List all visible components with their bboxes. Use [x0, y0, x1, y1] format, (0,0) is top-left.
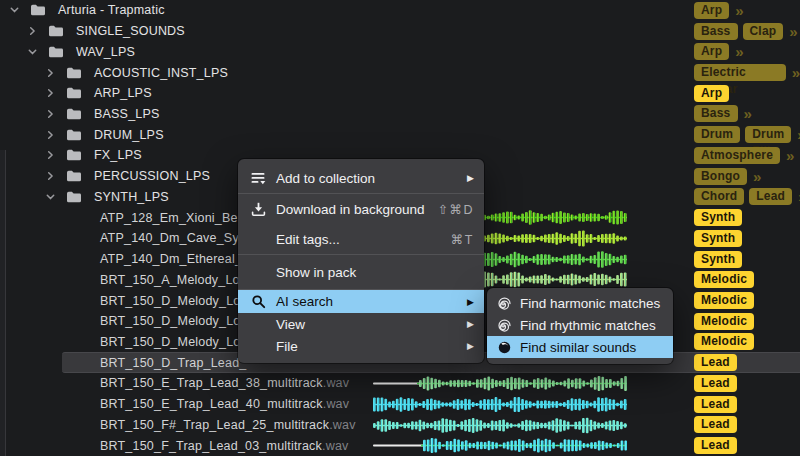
menu-item-find-similar-sounds[interactable]: Find similar sounds: [487, 336, 673, 358]
tree-item-bass-lps[interactable]: BASS_LPS: [0, 104, 800, 125]
chevron-down-icon[interactable]: [28, 47, 37, 56]
tag-chip-synth[interactable]: Synth: [694, 251, 742, 268]
tag-list: Arp»: [694, 41, 744, 62]
chevron-down-icon[interactable]: [46, 192, 55, 201]
tag-list: BassClap»: [694, 21, 798, 42]
tag-list: Melodic: [694, 332, 754, 353]
chevron-down-icon[interactable]: [10, 6, 19, 15]
tag-list: Lead: [694, 415, 737, 436]
tree-item-wav-lps[interactable]: WAV_LPS: [0, 41, 800, 62]
tag-chip-melodic[interactable]: Melodic: [694, 271, 754, 288]
more-tags-chevron-icon[interactable]: »: [792, 64, 800, 81]
tag-chip-melodic[interactable]: Melodic: [694, 333, 754, 350]
chevron-right-icon[interactable]: [46, 130, 55, 139]
tree-item-drum-lps[interactable]: DRUM_LPS: [0, 124, 800, 145]
folder-name: SINGLE_SOUNDS: [76, 24, 185, 38]
tag-chip-arp[interactable]: Arp: [694, 2, 729, 19]
menu-item-label: Add to collection: [276, 171, 459, 186]
tree-item-arturia-trapmatic[interactable]: Arturia - Trapmatic: [0, 0, 800, 21]
menu-item-edit-tags[interactable]: Edit tags... ⌘T: [238, 224, 484, 254]
harmonic-spiral-icon: [497, 296, 512, 311]
tag-list: Lead: [694, 435, 737, 456]
waveform[interactable]: [373, 437, 627, 454]
tree-item-arp-lps[interactable]: ARP_LPS: [0, 83, 800, 104]
file-name: BRT_150_D_Melody_Loc: [100, 294, 247, 308]
chevron-right-icon[interactable]: [46, 172, 55, 181]
tag-chip-synth[interactable]: Synth: [694, 230, 742, 247]
tag-chip-arp[interactable]: Arp: [694, 43, 729, 60]
menu-item-ai-search[interactable]: AI search ▶: [238, 290, 484, 313]
folder-name: FX_LPS: [94, 148, 142, 162]
tag-chip-lead[interactable]: Lead: [694, 375, 737, 392]
menu-item-label: Download in background: [276, 202, 429, 217]
menu-item-file[interactable]: File ▶: [238, 335, 484, 357]
tag-chip-bass[interactable]: Bass: [694, 105, 738, 122]
chevron-right-icon[interactable]: [46, 151, 55, 160]
folder-name: SYNTH_LPS: [94, 190, 169, 204]
tag-list: Bass»: [694, 104, 752, 125]
tag-chip-drum[interactable]: Drum: [694, 126, 740, 143]
more-tags-chevron-icon[interactable]: »: [735, 2, 743, 19]
waveform[interactable]: [373, 396, 627, 413]
rhythmic-spiral-icon: [497, 318, 512, 333]
icon-spacer: [250, 264, 267, 281]
tag-chip-chord[interactable]: Chord: [694, 188, 744, 205]
tag-chip-melodic[interactable]: Melodic: [694, 313, 754, 330]
download-icon: [250, 201, 267, 218]
tag-list: Atmosphere»: [694, 145, 794, 166]
tag-chip-electric-guitar[interactable]: Electric Guitar: [694, 64, 786, 81]
submenu-arrow-icon: ▶: [467, 341, 474, 351]
icon-spacer: [250, 316, 267, 333]
tag-chip-lead[interactable]: Lead: [694, 437, 737, 454]
more-tags-chevron-icon[interactable]: »: [753, 168, 761, 185]
submenu-arrow-icon: ▶: [467, 173, 474, 183]
file-name: BRT_150_D_Melody_Loc: [100, 314, 247, 328]
tag-chip-drum-fill[interactable]: Drum Fill: [745, 126, 791, 143]
tag-chip-lead[interactable]: Lead: [694, 396, 737, 413]
search-icon: [250, 293, 267, 310]
folder-icon: [66, 190, 82, 203]
tree-item-acoustic-inst-lps[interactable]: ACOUSTIC_INST_LPS: [0, 62, 800, 83]
menu-item-label: Find harmonic matches: [520, 296, 663, 311]
tag-list: Synth: [694, 249, 742, 270]
tag-list: Melodic: [694, 290, 754, 311]
tag-chip-lead[interactable]: Lead: [749, 188, 792, 205]
menu-item-label: Find similar sounds: [520, 340, 663, 355]
tag-chip-bass[interactable]: Bass: [694, 23, 738, 40]
tree-item-single-sounds[interactable]: SINGLE_SOUNDS: [0, 21, 800, 42]
file-name: BRT_150_E_Trap_Lead_40_multitrack.wav: [100, 397, 349, 411]
menu-item-show-in-pack[interactable]: Show in pack: [238, 255, 484, 289]
more-tags-chevron-icon[interactable]: »: [735, 43, 743, 60]
tag-chip-melodic[interactable]: Melodic: [694, 292, 754, 309]
menu-item-find-rhythmic-matches[interactable]: Find rhythmic matches: [487, 314, 673, 336]
tag-chip-arp[interactable]: Arp: [694, 85, 729, 102]
chevron-right-icon[interactable]: [28, 27, 37, 36]
waveform[interactable]: [373, 417, 627, 434]
tag-chip-bongo[interactable]: Bongo: [694, 168, 747, 185]
more-tags-chevron-icon[interactable]: »: [789, 23, 797, 40]
folder-name: WAV_LPS: [76, 45, 135, 59]
chevron-right-icon[interactable]: [46, 68, 55, 77]
more-tags-chevron-icon[interactable]: »: [744, 105, 752, 122]
menu-item-add-to-collection[interactable]: Add to collection ▶: [238, 163, 484, 193]
tag-chip-clap[interactable]: Clap: [743, 23, 784, 40]
waveform[interactable]: [373, 375, 627, 392]
folder-name: ACOUSTIC_INST_LPS: [94, 66, 228, 80]
tag-list: Lead: [694, 394, 737, 415]
menu-item-view[interactable]: View ▶: [238, 313, 484, 335]
tag-chip-atmosphere[interactable]: Atmosphere: [694, 147, 780, 164]
sample-browser: Arturia - TrapmaticArp»SINGLE_SOUNDSBass…: [0, 0, 800, 456]
menu-item-download-in-background[interactable]: Download in background ⇧⌘D: [238, 194, 484, 224]
tag-list: Lead: [694, 373, 737, 394]
menu-item-find-harmonic-matches[interactable]: Find harmonic matches: [487, 292, 673, 314]
folder-icon: [66, 128, 82, 141]
folder-icon: [30, 4, 46, 17]
tag-list: Arp: [694, 83, 729, 104]
chevron-right-icon[interactable]: [46, 109, 55, 118]
tag-chip-lead[interactable]: Lead: [694, 354, 737, 371]
chevron-right-icon[interactable]: [46, 89, 55, 98]
tag-chip-synth[interactable]: Synth: [694, 209, 742, 226]
tag-chip-lead[interactable]: Lead: [694, 416, 737, 433]
folder-icon: [48, 25, 64, 38]
more-tags-chevron-icon[interactable]: »: [786, 147, 794, 164]
